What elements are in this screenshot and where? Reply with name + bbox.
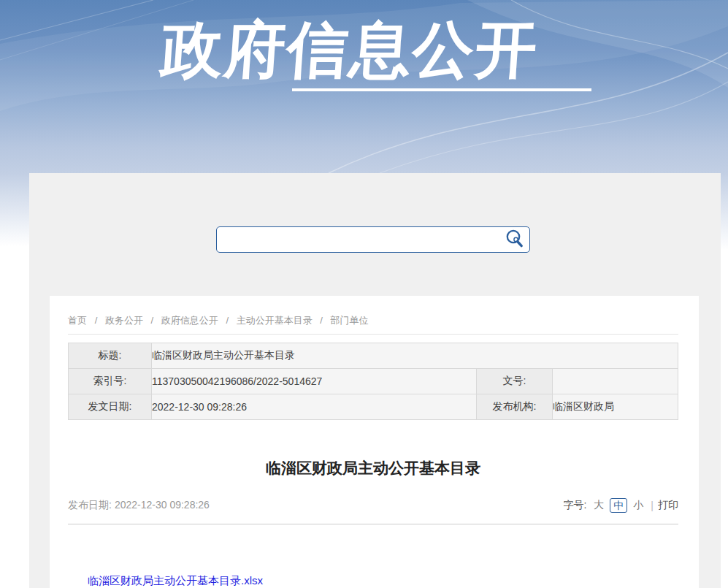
search-icon bbox=[505, 229, 524, 251]
search-button[interactable] bbox=[499, 227, 529, 252]
banner-title: 政府信息公开 bbox=[0, 9, 702, 92]
breadcrumb-separator: / bbox=[151, 315, 154, 326]
doc-number-value-cell bbox=[552, 369, 678, 394]
font-size-control: 字号: 大 中 小 | 打印 bbox=[563, 498, 678, 513]
font-size-medium-button[interactable]: 中 bbox=[610, 498, 627, 513]
publisher-value-cell: 临淄区财政局 bbox=[552, 394, 678, 420]
search-box bbox=[216, 226, 530, 253]
publish-date-label: 发布日期: bbox=[68, 499, 112, 511]
banner-fade-left bbox=[0, 173, 29, 246]
search-input[interactable] bbox=[217, 227, 499, 252]
font-size-small-button[interactable]: 小 bbox=[633, 499, 643, 512]
doc-number-label-cell: 文号: bbox=[476, 369, 552, 394]
publish-date: 发布日期:2022-12-30 09:28:26 bbox=[68, 499, 210, 512]
issue-date-label-cell: 发文日期: bbox=[69, 394, 152, 420]
publisher-label-cell: 发布机构: bbox=[476, 394, 552, 420]
print-button[interactable]: 打印 bbox=[658, 499, 678, 512]
table-row: 标题: 临淄区财政局主动公开基本目录 bbox=[69, 343, 678, 369]
breadcrumb-item-gov-info-disclosure[interactable]: 政府信息公开 bbox=[161, 315, 218, 326]
breadcrumb-divider bbox=[68, 334, 678, 335]
index-number-value-cell: 113703050042196086/2022-5014627 bbox=[152, 369, 477, 394]
page: 政府信息公开 首页 / 政 bbox=[0, 0, 728, 588]
breadcrumb-separator: / bbox=[226, 315, 229, 326]
meta-divider: | bbox=[651, 500, 654, 511]
breadcrumb-item-home[interactable]: 首页 bbox=[68, 315, 87, 326]
title-value-cell: 临淄区财政局主动公开基本目录 bbox=[152, 343, 678, 369]
content-panel: 首页 / 政务公开 / 政府信息公开 / 主动公开基本目录 / 部门单位 标题:… bbox=[29, 173, 721, 588]
article-title: 临淄区财政局主动公开基本目录 bbox=[68, 458, 678, 478]
banner-fade-right bbox=[721, 173, 728, 250]
breadcrumb: 首页 / 政务公开 / 政府信息公开 / 主动公开基本目录 / 部门单位 bbox=[68, 296, 678, 327]
banner: 政府信息公开 bbox=[0, 0, 728, 173]
issue-date-value-cell: 2022-12-30 09:28:26 bbox=[152, 394, 477, 420]
title-label-cell: 标题: bbox=[69, 343, 152, 369]
font-size-label: 字号: bbox=[563, 499, 586, 512]
breadcrumb-separator: / bbox=[320, 315, 323, 326]
table-row: 索引号: 113703050042196086/2022-5014627 文号: bbox=[69, 369, 678, 394]
index-number-label-cell: 索引号: bbox=[69, 369, 152, 394]
attachment-row: 临淄区财政局主动公开基本目录.xlsx bbox=[88, 574, 678, 587]
font-size-large-button[interactable]: 大 bbox=[594, 499, 604, 512]
attachment-link[interactable]: 临淄区财政局主动公开基本目录.xlsx bbox=[88, 574, 263, 587]
breadcrumb-separator: / bbox=[95, 315, 98, 326]
table-row: 发文日期: 2022-12-30 09:28:26 发布机构: 临淄区财政局 bbox=[69, 394, 678, 420]
breadcrumb-item-department-units[interactable]: 部门单位 bbox=[331, 315, 369, 326]
article-meta: 发布日期:2022-12-30 09:28:26 字号: 大 中 小 | 打印 bbox=[68, 497, 678, 513]
content-card: 首页 / 政务公开 / 政府信息公开 / 主动公开基本目录 / 部门单位 标题:… bbox=[50, 296, 699, 588]
banner-title-underline bbox=[292, 88, 591, 91]
publish-date-value: 2022-12-30 09:28:26 bbox=[115, 499, 210, 511]
info-table: 标题: 临淄区财政局主动公开基本目录 索引号: 1137030500421960… bbox=[68, 343, 678, 420]
breadcrumb-item-government-affairs[interactable]: 政务公开 bbox=[105, 315, 143, 326]
content-divider bbox=[68, 524, 678, 524]
breadcrumb-item-basic-catalog[interactable]: 主动公开基本目录 bbox=[237, 315, 313, 326]
